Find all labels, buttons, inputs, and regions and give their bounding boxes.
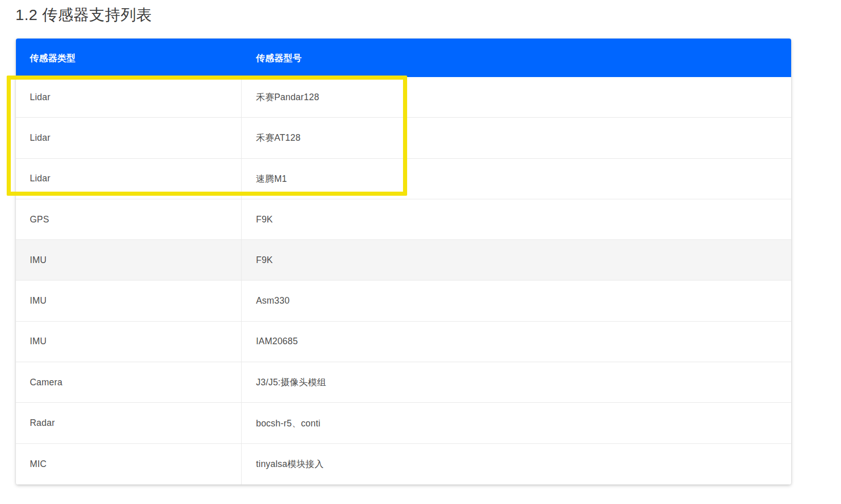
table-header-row: 传感器类型 传感器型号 [16, 39, 791, 77]
table-row-imu-f9k: IMU F9K [16, 240, 791, 281]
cell-sensor-model: F9K [242, 240, 791, 280]
page-title: 1.2 传感器支持列表 [15, 5, 152, 26]
cell-sensor-type: MIC [16, 444, 242, 484]
cell-sensor-model: IAM20685 [242, 322, 791, 362]
sensor-support-table: 传感器类型 传感器型号 Lidar 禾赛Pandar128 Lidar 禾赛AT… [16, 39, 791, 484]
cell-sensor-model: 禾赛Pandar128 [242, 77, 791, 117]
cell-sensor-model: 速腾M1 [242, 159, 791, 199]
cell-sensor-type: GPS [16, 199, 242, 239]
table-row-lidar-m1: Lidar 速腾M1 [16, 159, 791, 199]
column-header-sensor-model: 传感器型号 [242, 52, 791, 64]
cell-sensor-type: Camera [16, 362, 242, 402]
table-row-imu-asm330: IMU Asm330 [16, 281, 791, 321]
cell-sensor-model: Asm330 [242, 281, 791, 321]
cell-sensor-model: bocsh-r5、conti [242, 403, 791, 443]
cell-sensor-type: IMU [16, 281, 242, 321]
cell-sensor-type: Lidar [16, 159, 242, 199]
table-row-gps-f9k: GPS F9K [16, 199, 791, 240]
table-row-mic: MIC tinyalsa模块接入 [16, 444, 791, 484]
table-row-radar: Radar bocsh-r5、conti [16, 403, 791, 443]
cell-sensor-model: J3/J5:摄像头模组 [242, 362, 791, 402]
cell-sensor-type: Lidar [16, 118, 242, 158]
cell-sensor-model: tinyalsa模块接入 [242, 444, 791, 484]
cell-sensor-type: IMU [16, 322, 242, 362]
column-header-sensor-type: 传感器类型 [16, 52, 242, 64]
table-row-camera: Camera J3/J5:摄像头模组 [16, 362, 791, 403]
table-row-imu-iam20685: IMU IAM20685 [16, 322, 791, 362]
cell-sensor-type: Lidar [16, 77, 242, 117]
document-page: 1.2 传感器支持列表 传感器类型 传感器型号 Lidar 禾赛Pandar12… [0, 0, 841, 504]
table-row-lidar-pandar128: Lidar 禾赛Pandar128 [16, 77, 791, 118]
cell-sensor-type: Radar [16, 403, 242, 443]
cell-sensor-type: IMU [16, 240, 242, 280]
table-row-lidar-at128: Lidar 禾赛AT128 [16, 118, 791, 158]
cell-sensor-model: F9K [242, 199, 791, 239]
cell-sensor-model: 禾赛AT128 [242, 118, 791, 158]
